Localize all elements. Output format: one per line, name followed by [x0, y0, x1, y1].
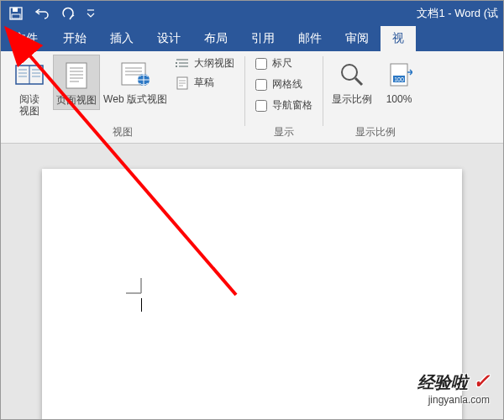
tab-references[interactable]: 引用 [239, 26, 286, 51]
outline-label: 大纲视图 [194, 56, 234, 71]
print-layout-button[interactable]: 页面视图 [53, 55, 100, 110]
svg-text:100: 100 [394, 76, 404, 82]
svg-rect-12 [66, 63, 87, 88]
title-bar: 文档1 - Word (试 [1, 1, 503, 26]
page[interactable] [42, 169, 462, 420]
check-icon: ✓ [473, 370, 490, 392]
read-mode-button[interactable]: 阅读视图 [6, 55, 53, 120]
group-show: 标尺 网格线 导航窗格 显示 [245, 51, 323, 143]
gridlines-checkbox[interactable]: 网格线 [255, 77, 312, 92]
zoom-group-label: 显示比例 [328, 123, 423, 141]
web-layout-button[interactable]: Web 版式视图 [100, 55, 171, 108]
outline-view-button[interactable]: 大纲视图 [176, 56, 234, 71]
watermark-url: jingyanla.com [417, 394, 490, 406]
svg-point-26 [176, 62, 177, 64]
save-icon[interactable] [9, 7, 23, 20]
draft-icon [176, 76, 189, 90]
hundred-percent-icon: 100 [386, 58, 412, 92]
svg-point-32 [342, 65, 357, 80]
zoom-icon [339, 58, 365, 92]
zoom-label: 显示比例 [332, 93, 372, 105]
hundred-percent-button[interactable]: 100 100% [375, 55, 423, 108]
page-margin-corner-icon [126, 278, 144, 297]
svg-rect-1 [13, 8, 18, 12]
group-zoom: 显示比例 100 100% 显示比例 [323, 51, 428, 143]
nav-pane-checkbox[interactable]: 导航窗格 [255, 98, 312, 113]
tab-insert[interactable]: 插入 [98, 26, 145, 51]
draft-label: 草稿 [194, 76, 214, 90]
watermark-brand: 经验啦 ✓ [417, 370, 490, 394]
tab-home[interactable]: 开始 [51, 26, 98, 51]
svg-rect-2 [12, 14, 20, 18]
outline-icon [176, 57, 189, 71]
undo-icon[interactable] [34, 7, 50, 20]
hundred-percent-label: 100% [386, 93, 412, 105]
zoom-button[interactable]: 显示比例 [328, 55, 375, 108]
ribbon: 阅读视图 页面视图 Web 版式视图 大纲视图 [1, 51, 503, 144]
group-views: 阅读视图 页面视图 Web 版式视图 大纲视图 [1, 51, 244, 143]
watermark: 经验啦 ✓ jingyanla.com [417, 370, 490, 406]
ruler-label: 标尺 [272, 56, 292, 71]
draft-view-button[interactable]: 草稿 [176, 76, 234, 90]
web-layout-icon [120, 58, 150, 92]
svg-point-27 [176, 66, 177, 67]
quick-access-toolbar [1, 7, 95, 20]
svg-rect-34 [391, 64, 407, 86]
text-cursor [141, 298, 142, 312]
tab-view[interactable]: 视 [381, 26, 416, 51]
ruler-checkbox[interactable]: 标尺 [255, 56, 312, 71]
show-group-label: 显示 [250, 123, 318, 141]
views-group-label: 视图 [6, 123, 239, 141]
gridlines-label: 网格线 [272, 77, 302, 92]
svg-line-33 [355, 78, 362, 85]
tab-layout[interactable]: 布局 [192, 26, 239, 51]
redo-icon[interactable] [61, 7, 75, 20]
nav-pane-label: 导航窗格 [272, 98, 312, 113]
web-layout-label: Web 版式视图 [103, 93, 167, 105]
tab-design[interactable]: 设计 [145, 26, 192, 51]
print-layout-icon [64, 59, 89, 92]
read-mode-icon [15, 58, 44, 92]
tab-mailings[interactable]: 邮件 [286, 26, 333, 51]
ribbon-tabs: 文件 开始 插入 设计 布局 引用 邮件 审阅 视 [1, 26, 503, 51]
qat-dropdown-icon[interactable] [87, 8, 95, 18]
document-title: 文档1 - Word (试 [417, 6, 503, 21]
tab-file[interactable]: 文件 [1, 26, 51, 51]
read-mode-label: 阅读视图 [19, 93, 39, 117]
print-layout-label: 页面视图 [56, 94, 97, 106]
tab-review[interactable]: 审阅 [333, 26, 381, 51]
